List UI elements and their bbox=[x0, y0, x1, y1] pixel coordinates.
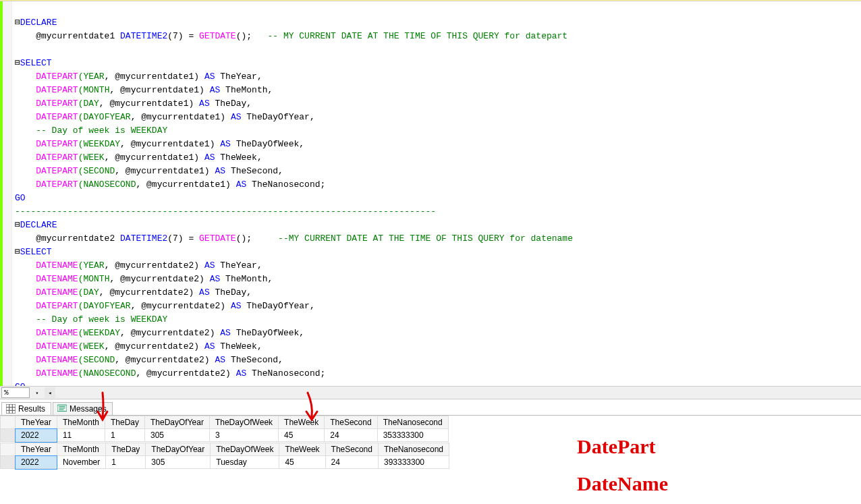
col-header[interactable]: TheNanosecond bbox=[378, 443, 449, 456]
table-row[interactable]: 2022 November 1 305 Tuesday 45 24 393333… bbox=[1, 456, 449, 469]
cell[interactable]: 353333300 bbox=[377, 429, 448, 442]
col-header[interactable]: TheMonth bbox=[57, 443, 105, 456]
col-header[interactable]: TheSecond bbox=[325, 443, 378, 456]
tab-messages-label: Messages bbox=[70, 404, 107, 414]
col-header[interactable]: TheYear bbox=[16, 416, 57, 429]
col-header[interactable]: TheNanosecond bbox=[377, 416, 448, 429]
zoom-bar: % ▾ ◂ bbox=[0, 386, 861, 399]
col-header[interactable]: TheWeek bbox=[279, 416, 325, 429]
cell[interactable]: 24 bbox=[325, 429, 377, 442]
results-pane[interactable]: TheYear TheMonth TheDay TheDayOfYear The… bbox=[0, 416, 861, 503]
zoom-input[interactable]: % bbox=[1, 387, 30, 398]
cell[interactable]: 45 bbox=[279, 429, 325, 442]
result-grid-2[interactable]: TheYear TheMonth TheDay TheDayOfYear The… bbox=[0, 443, 449, 469]
cell[interactable]: 2022 bbox=[16, 456, 57, 469]
col-header[interactable]: TheSecond bbox=[325, 416, 377, 429]
scroll-left-icon[interactable]: ◂ bbox=[45, 387, 55, 398]
cell[interactable]: 1 bbox=[105, 429, 144, 442]
col-header[interactable]: TheDayOfWeek bbox=[209, 416, 278, 429]
cell[interactable]: November bbox=[57, 456, 105, 469]
cell[interactable]: 45 bbox=[279, 456, 325, 469]
col-header[interactable]: TheDayOfYear bbox=[145, 416, 210, 429]
tab-results-label: Results bbox=[18, 404, 45, 414]
table-row[interactable]: 2022 11 1 305 3 45 24 353333300 bbox=[1, 429, 449, 442]
cell[interactable]: 305 bbox=[145, 429, 210, 442]
cell[interactable]: 393333300 bbox=[378, 456, 449, 469]
col-header[interactable]: TheDayOfYear bbox=[146, 443, 211, 456]
svg-rect-0 bbox=[6, 404, 16, 414]
cell[interactable]: 3 bbox=[209, 429, 278, 442]
cell[interactable]: 24 bbox=[325, 456, 378, 469]
table-header-row: TheYear TheMonth TheDay TheDayOfYear The… bbox=[1, 443, 449, 456]
cell[interactable]: 11 bbox=[57, 429, 105, 442]
cell[interactable]: 1 bbox=[106, 456, 146, 469]
col-header[interactable]: TheDay bbox=[106, 443, 146, 456]
table-header-row: TheYear TheMonth TheDay TheDayOfYear The… bbox=[1, 416, 449, 429]
zoom-dropdown-icon[interactable]: ▾ bbox=[32, 388, 42, 397]
col-header[interactable]: TheMonth bbox=[57, 416, 105, 429]
cell[interactable]: Tuesday bbox=[211, 456, 279, 469]
code-editor[interactable]: ⊟DECLARE @mycurrentdate1 DATETIME2(7) = … bbox=[0, 0, 861, 386]
grid-icon bbox=[6, 404, 16, 414]
result-grid-1[interactable]: TheYear TheMonth TheDay TheDayOfYear The… bbox=[0, 416, 449, 442]
cell[interactable]: 2022 bbox=[16, 429, 57, 442]
col-header[interactable]: TheYear bbox=[16, 443, 57, 456]
results-tabs: Results Messages bbox=[0, 399, 861, 416]
tab-results[interactable]: Results bbox=[1, 402, 51, 415]
col-header[interactable]: TheWeek bbox=[279, 443, 325, 456]
cell[interactable]: 305 bbox=[146, 456, 211, 469]
code-content[interactable]: ⊟DECLARE @mycurrentdate1 DATETIME2(7) = … bbox=[12, 1, 861, 386]
messages-icon bbox=[57, 404, 67, 414]
editor-gutter bbox=[0, 1, 12, 386]
col-header[interactable]: TheDayOfWeek bbox=[211, 443, 279, 456]
tab-messages[interactable]: Messages bbox=[53, 402, 113, 415]
col-header[interactable]: TheDay bbox=[105, 416, 144, 429]
